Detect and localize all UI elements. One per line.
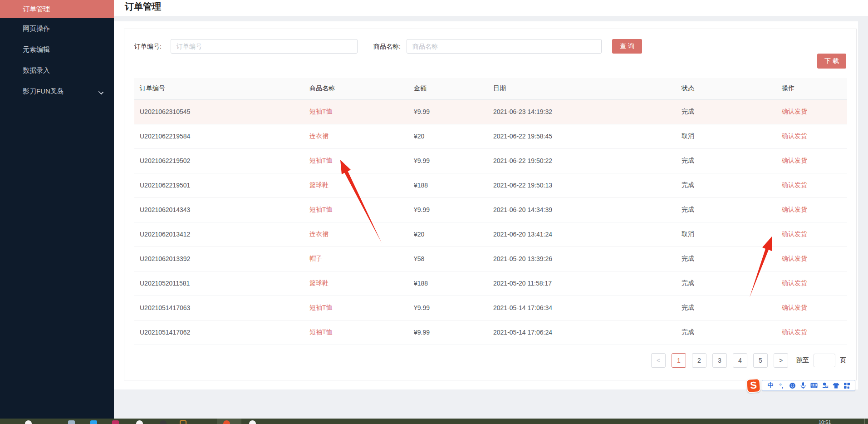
confirm-ship-link[interactable]: 确认发货 — [782, 279, 807, 286]
sidebar: 订单管理 网页操作 元素编辑 数据录入 影刀FUN叉岛 — [0, 0, 114, 419]
prev-page-button[interactable]: < — [651, 353, 666, 368]
product-link[interactable]: 连衣裙 — [309, 132, 329, 139]
download-button[interactable]: 下 载 — [817, 54, 846, 69]
sidebar-item-yingdao-fun[interactable]: 影刀FUN叉岛 — [0, 81, 114, 102]
table-cell: 确认发货 — [776, 148, 847, 173]
order-id-cell: U2021062310545 — [134, 99, 304, 124]
product-link[interactable]: 短袖T恤 — [309, 206, 333, 213]
confirm-ship-link[interactable]: 确认发货 — [782, 328, 807, 335]
status-cell: 完成 — [676, 271, 776, 296]
date-cell: 2021-05-20 13:39:26 — [488, 247, 676, 271]
table-row: U2021062013412连衣裙¥202021-06-20 13:41:24取… — [134, 222, 847, 247]
page-suffix-label: 页 — [840, 356, 846, 365]
product-link[interactable]: 篮球鞋 — [309, 181, 329, 188]
table-cell: 短袖T恤 — [304, 320, 408, 345]
page-button-1[interactable]: 1 — [672, 353, 686, 368]
confirm-ship-link[interactable]: 确认发货 — [782, 304, 807, 311]
ime-skin-icon[interactable] — [831, 381, 840, 389]
table-cell: 连衣裙 — [304, 222, 408, 247]
order-number-input[interactable] — [171, 39, 358, 54]
sidebar-item-data-entry[interactable]: 数据录入 — [0, 60, 114, 81]
chevron-down-icon — [98, 89, 103, 94]
table-cell: 确认发货 — [776, 124, 847, 148]
ime-mic-icon[interactable] — [799, 381, 808, 389]
taskbar-app-icon[interactable] — [223, 420, 230, 424]
sogou-logo-icon[interactable]: S — [746, 378, 761, 393]
taskbar-app-icon[interactable] — [136, 420, 143, 424]
ime-chinese-mode-icon[interactable]: 中 — [766, 381, 775, 389]
product-link[interactable]: 短袖T恤 — [309, 328, 333, 335]
sogou-ime-bar: S 中 °, 47 — [746, 379, 855, 392]
order-id-cell: U2021062219501 — [134, 173, 304, 197]
amount-cell: ¥9.99 — [408, 148, 488, 173]
table-header-row: 订单编号 商品名称 金额 日期 状态 操作 — [134, 78, 847, 99]
taskbar-app-icon[interactable] — [68, 420, 75, 424]
table-cell: 短袖T恤 — [304, 99, 408, 124]
confirm-ship-link[interactable]: 确认发货 — [782, 157, 807, 164]
taskbar-app-icon[interactable] — [249, 420, 256, 424]
page-button-3[interactable]: 3 — [712, 353, 727, 368]
jump-page-input[interactable] — [814, 354, 835, 367]
pagination: < 1 2 3 4 5 > 跳至 页 — [651, 353, 846, 368]
order-id-cell: U2021062219584 — [134, 124, 304, 148]
table-row: U2021062219502短袖T恤¥9.992021-06-22 19:50:… — [134, 148, 847, 173]
table-cell: 确认发货 — [776, 173, 847, 197]
page-button-5[interactable]: 5 — [753, 353, 768, 368]
page-title: 订单管理 — [125, 0, 161, 13]
taskbar-app-icon[interactable] — [160, 420, 167, 424]
page-button-2[interactable]: 2 — [692, 353, 706, 368]
status-cell: 完成 — [676, 99, 776, 124]
taskbar-app-icon[interactable] — [180, 420, 186, 424]
confirm-ship-link[interactable]: 确认发货 — [782, 255, 807, 262]
order-id-cell: U2021051417062 — [134, 320, 304, 345]
confirm-ship-link[interactable]: 确认发货 — [782, 206, 807, 213]
col-amount: 金额 — [408, 78, 488, 99]
product-link[interactable]: 帽子 — [309, 255, 322, 262]
next-page-button[interactable]: > — [774, 353, 788, 368]
table-cell: 连衣裙 — [304, 124, 408, 148]
table-body: U2021062310545短袖T恤¥9.992021-06-23 14:19:… — [134, 99, 847, 345]
query-button[interactable]: 查 询 — [612, 39, 642, 54]
table-cell: 确认发货 — [776, 320, 847, 345]
taskbar-app-icon[interactable] — [90, 420, 97, 424]
ime-keyboard-icon[interactable] — [809, 381, 819, 389]
confirm-ship-link[interactable]: 确认发货 — [782, 230, 807, 237]
amount-cell: ¥9.99 — [408, 99, 488, 124]
order-id-cell: U2021052011581 — [134, 271, 304, 296]
amount-cell: ¥188 — [408, 173, 488, 197]
product-name-input[interactable] — [407, 39, 602, 54]
product-link[interactable]: 短袖T恤 — [309, 108, 333, 115]
header-divider — [114, 16, 868, 21]
table-cell: 确认发货 — [776, 197, 847, 222]
date-cell: 2021-05-14 17:06:24 — [488, 320, 676, 345]
scrollbar-gutter[interactable] — [858, 21, 868, 419]
date-cell: 2021-06-20 14:34:39 — [488, 197, 676, 222]
taskbar-app-icon[interactable] — [112, 420, 119, 424]
table-cell: 短袖T恤 — [304, 197, 408, 222]
ime-account-icon[interactable]: 47 — [820, 381, 829, 389]
ime-menu-icon[interactable] — [842, 381, 851, 389]
confirm-ship-link[interactable]: 确认发货 — [782, 132, 807, 139]
confirm-ship-link[interactable]: 确认发货 — [782, 108, 807, 115]
ime-emoji-icon[interactable] — [788, 381, 797, 389]
status-cell: 完成 — [676, 148, 776, 173]
confirm-ship-link[interactable]: 确认发货 — [782, 181, 807, 188]
product-link[interactable]: 连衣裙 — [309, 230, 329, 237]
status-cell: 完成 — [676, 247, 776, 271]
date-cell: 2021-05-14 17:06:34 — [488, 296, 676, 320]
page-button-4[interactable]: 4 — [733, 353, 747, 368]
show-desktop-button[interactable] — [864, 419, 865, 424]
product-link[interactable]: 短袖T恤 — [309, 304, 333, 311]
table-row: U2021062219584连衣裙¥202021-06-22 19:58:45取… — [134, 124, 847, 148]
status-cell: 完成 — [676, 296, 776, 320]
amount-cell: ¥20 — [408, 222, 488, 247]
product-link[interactable]: 短袖T恤 — [309, 157, 333, 164]
table-row: U2021062310545短袖T恤¥9.992021-06-23 14:19:… — [134, 99, 847, 124]
sidebar-item-web-operation[interactable]: 网页操作 — [0, 18, 114, 39]
ime-punctuation-icon[interactable]: °, — [777, 381, 786, 389]
order-panel: 订单编号: 商品名称: 查 询 下 载 订单编号 商品名称 金额 日期 状态 操… — [124, 29, 857, 380]
sidebar-item-element-edit[interactable]: 元素编辑 — [0, 39, 114, 60]
taskbar-app-icon[interactable] — [25, 420, 32, 424]
product-link[interactable]: 篮球鞋 — [309, 279, 329, 286]
sidebar-item-order-management[interactable]: 订单管理 — [0, 0, 114, 18]
